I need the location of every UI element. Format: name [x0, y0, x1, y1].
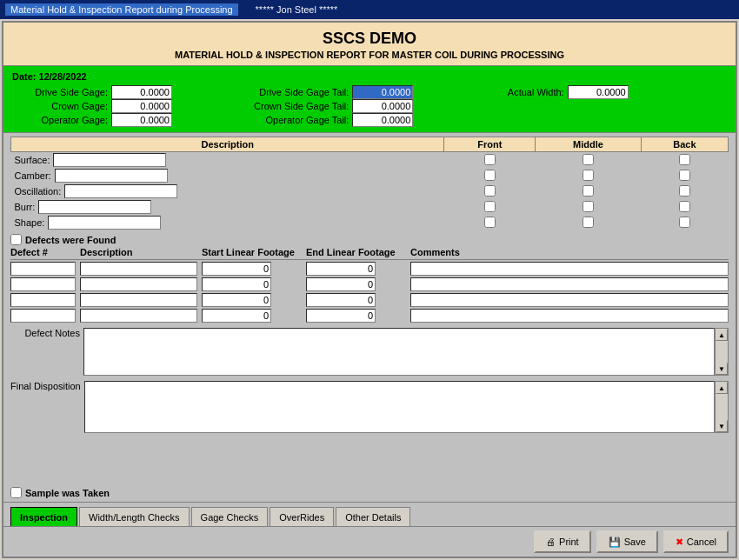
tab-overrides[interactable]: OverRides: [270, 507, 334, 526]
tab-gage-checks[interactable]: Gage Checks: [191, 507, 269, 526]
defect-col-end: End Linear Footage: [306, 247, 410, 257]
operator-gage-tail-input[interactable]: [352, 113, 413, 127]
operator-gage-row: Operator Gage:: [12, 113, 244, 127]
sample-taken-label: Sample was Taken: [25, 488, 110, 498]
defect-notes-textarea[interactable]: [83, 328, 715, 376]
content-section: Description Front Middle Back Surface: C…: [3, 133, 736, 483]
drive-side-gage-tail-label: Drive Side Gage Tail:: [253, 87, 349, 97]
title-bar: Material Hold & Inspection Report during…: [0, 0, 739, 19]
front-cell: [444, 183, 536, 199]
tab-bar: InspectionWidth/Length ChecksGage Checks…: [3, 502, 736, 526]
defect-end-input[interactable]: [306, 277, 376, 291]
back-cell: [641, 168, 728, 183]
final-disposition-textarea[interactable]: [84, 381, 715, 433]
front-cell: [444, 152, 536, 169]
back-check[interactable]: [679, 185, 690, 197]
defects-found-checkbox[interactable]: [10, 234, 22, 245]
cancel-button[interactable]: ✖ Cancel: [663, 530, 729, 553]
desc-input[interactable]: [48, 216, 161, 230]
print-icon: 🖨: [546, 537, 556, 547]
main-container: SSCS DEMO MATERIAL HOLD & INSPECTION REP…: [2, 21, 737, 558]
drive-side-gage-input[interactable]: [111, 85, 172, 99]
defect-desc-input[interactable]: [80, 262, 197, 276]
front-check[interactable]: [484, 217, 496, 228]
final-disposition-label: Final Disposition: [10, 381, 81, 391]
defect-num-input[interactable]: [10, 262, 76, 276]
defect-num-input[interactable]: [10, 293, 76, 307]
defect-row: [10, 293, 729, 307]
crown-side-gage-tail-label: Crown Side Gage Tail:: [253, 101, 349, 111]
desc-input[interactable]: [53, 153, 166, 167]
middle-check[interactable]: [583, 201, 594, 212]
col-middle: Middle: [536, 137, 642, 152]
final-scroll-up-arrow[interactable]: ▲: [716, 382, 728, 394]
green-section: Date: 12/28/2022 Drive Side Gage: Crown …: [3, 66, 736, 133]
actual-width-label: Actual Width:: [495, 87, 564, 97]
save-button[interactable]: 💾 Save: [596, 530, 658, 553]
defect-start-input[interactable]: [202, 293, 271, 307]
actual-width-input[interactable]: [568, 85, 629, 99]
desc-input[interactable]: [38, 200, 151, 214]
defect-num-input[interactable]: [10, 277, 76, 291]
defect-comments-input[interactable]: [410, 309, 729, 323]
crown-gage-input[interactable]: [111, 99, 172, 113]
front-check[interactable]: [484, 170, 496, 181]
middle-check[interactable]: [583, 170, 594, 181]
defect-comments-input[interactable]: [410, 262, 729, 276]
defect-desc-input[interactable]: [80, 277, 197, 291]
defect-desc-input[interactable]: [80, 293, 197, 307]
back-check[interactable]: [679, 154, 690, 165]
middle-check[interactable]: [583, 217, 594, 228]
operator-gage-tail-label: Operator Gage Tail:: [253, 115, 349, 125]
back-cell: [641, 215, 728, 230]
defect-desc-input[interactable]: [80, 309, 197, 323]
defect-start-input[interactable]: [202, 262, 271, 276]
operator-gage-tail-row: Operator Gage Tail:: [253, 113, 485, 127]
defect-start-input[interactable]: [202, 309, 271, 323]
tab-other-details[interactable]: Other Details: [336, 507, 410, 526]
defects-found-label: Defects were Found: [25, 235, 117, 245]
date-label: Date: 12/28/2022: [12, 71, 727, 82]
tab-inspection[interactable]: Inspection: [10, 507, 77, 526]
defect-end-input[interactable]: [306, 309, 376, 323]
defect-notes-scrollbar[interactable]: ▲ ▼: [715, 328, 729, 376]
defect-end-input[interactable]: [306, 262, 376, 276]
title-bar-left: Material Hold & Inspection Report during…: [5, 3, 238, 16]
front-check[interactable]: [484, 154, 496, 165]
final-disposition-scrollbar[interactable]: ▲ ▼: [715, 381, 729, 433]
back-check[interactable]: [679, 201, 690, 212]
operator-gage-input[interactable]: [111, 113, 172, 127]
desc-input[interactable]: [64, 184, 177, 198]
middle-cell: [536, 199, 642, 215]
scroll-down-arrow[interactable]: ▼: [716, 363, 728, 375]
defect-num-input[interactable]: [10, 309, 76, 323]
front-check[interactable]: [484, 185, 496, 197]
defect-row: [10, 262, 729, 276]
defect-comments-input[interactable]: [410, 277, 729, 291]
final-scroll-down-arrow[interactable]: ▼: [716, 420, 728, 432]
defect-col-desc: Description: [80, 247, 202, 257]
middle-cell: [536, 183, 642, 199]
back-check[interactable]: [679, 170, 690, 181]
middle-cell: [536, 215, 642, 230]
crown-side-gage-tail-input[interactable]: [352, 99, 413, 113]
sample-taken-checkbox[interactable]: [10, 487, 22, 498]
drive-side-gage-row: Drive Side Gage:: [12, 85, 244, 99]
drive-side-gage-label: Drive Side Gage:: [12, 87, 108, 97]
defect-end-input[interactable]: [306, 293, 376, 307]
middle-check[interactable]: [583, 154, 594, 165]
defect-comments-input[interactable]: [410, 293, 729, 307]
middle-check[interactable]: [583, 185, 594, 197]
defect-notes-label: Defect Notes: [10, 328, 80, 338]
defects-found-row: Defects were Found: [10, 234, 729, 245]
crown-gage-label: Crown Gage:: [12, 101, 108, 111]
print-button[interactable]: 🖨 Print: [534, 530, 591, 553]
defect-start-input[interactable]: [202, 277, 271, 291]
defect-col-start: Start Linear Footage: [202, 247, 306, 257]
tab-width-length[interactable]: Width/Length Checks: [79, 507, 190, 526]
front-check[interactable]: [484, 201, 496, 212]
scroll-up-arrow[interactable]: ▲: [716, 329, 728, 341]
desc-input[interactable]: [55, 169, 168, 183]
back-check[interactable]: [679, 217, 690, 228]
drive-side-gage-tail-input[interactable]: [352, 85, 413, 99]
